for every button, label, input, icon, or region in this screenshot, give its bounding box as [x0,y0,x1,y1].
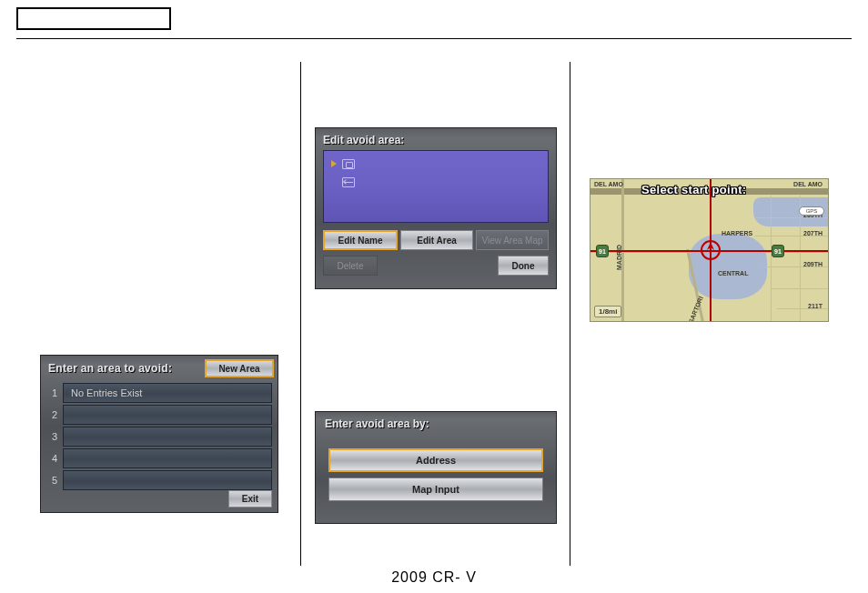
list-row[interactable]: 4 [46,448,272,468]
row-cell [63,405,272,425]
list-row[interactable]: 5 [46,470,272,490]
panel-row-2 [331,175,540,189]
street-label: 209TH [803,261,823,267]
list-row[interactable]: 2 [46,405,272,425]
row-number: 1 [46,383,63,403]
row-cell [63,427,272,447]
map-cursor-icon [700,239,722,261]
area-icon [342,159,355,169]
column-separator-1 [300,62,301,566]
map-scale: 1/8mi [594,306,621,317]
screen2-title: Edit avoid area: [316,128,556,150]
screen-enter-avoid-area: Enter an area to avoid: New Area 1 No En… [40,355,278,513]
edit-buttons-row: Edit Name Edit Area View Area Map [316,223,556,250]
screen3-title: Enter avoid area by: [316,412,556,437]
row-cell [63,470,272,490]
selector-triangle-icon [331,160,337,167]
street-label: DEL AMO [793,181,823,187]
address-button[interactable]: Address [328,448,543,472]
row-number: 2 [46,405,63,425]
list-row[interactable]: 1 No Entries Exist [46,383,272,403]
street-label: CENTRAL [718,270,748,276]
screen-select-start-point-map[interactable]: 91 91 DEL AMO DEL AMO MADRID HARPERS CEN… [590,178,829,322]
map-input-button[interactable]: Map Input [328,477,543,501]
column-separator-2 [570,62,570,566]
street-label: HARPERS [722,230,752,236]
row-number: 5 [46,470,63,490]
highway-shield: 91 [772,245,784,257]
done-button[interactable]: Done [498,256,549,276]
row-cell [63,448,272,468]
route-arrow-icon [342,177,355,187]
edit-name-button[interactable]: Edit Name [323,230,398,250]
row-number: 3 [46,427,63,447]
list-row[interactable]: 3 [46,427,272,447]
highway-shield: 91 [596,245,609,257]
edit-area-button[interactable]: Edit Area [400,230,473,250]
street-label: 211T [808,303,823,309]
screen-enter-avoid-area-by: Enter avoid area by: Address Map Input [315,411,557,524]
new-area-button[interactable]: New Area [205,359,274,377]
street-label: MADRID [616,245,622,270]
row-cell: No Entries Exist [63,383,272,403]
gps-indicator: GPS [799,206,824,216]
avoid-area-panel [323,150,549,223]
screen-edit-avoid-area: Edit avoid area: Edit Name Edit Area Vie… [315,127,557,289]
header-rule [16,38,852,39]
avoid-area-list: 1 No Entries Exist 2 3 4 5 [41,381,278,490]
view-area-map-button[interactable]: View Area Map [476,230,549,250]
screen1-title: Enter an area to avoid: [48,362,172,375]
delete-button[interactable]: Delete [323,256,378,276]
map-canvas[interactable]: 91 91 DEL AMO DEL AMO MADRID HARPERS CEN… [590,179,828,321]
page-footer: 2009 CR- V [0,569,868,586]
header-box [16,7,171,30]
street-label: DEL AMO [594,181,623,187]
panel-row-1 [331,156,540,171]
exit-button[interactable]: Exit [228,490,272,508]
row-number: 4 [46,448,63,468]
map-banner: Select start point: [641,183,747,196]
street-label: 207TH [803,230,823,236]
